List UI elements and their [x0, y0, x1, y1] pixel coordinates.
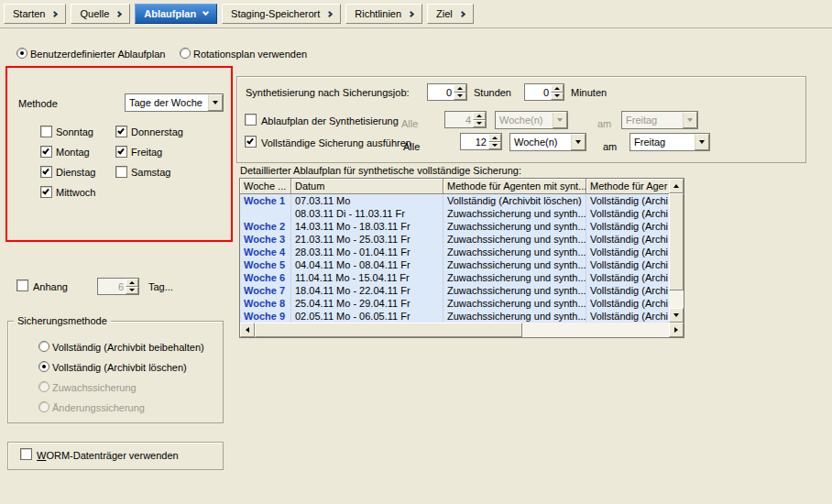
wizard-step-bar: Starten Quelle Ablaufplan Staging-Speich…	[0, 0, 832, 28]
checkbox-mittwoch[interactable]	[40, 186, 52, 198]
dropdown-arrow-icon[interactable]	[571, 134, 586, 150]
horizontal-scroll-track[interactable]	[522, 323, 669, 337]
spinner-up-button[interactable]	[126, 279, 138, 287]
tab-quelle[interactable]: Quelle	[71, 4, 130, 24]
tab-ablaufplan[interactable]: Ablaufplan	[135, 4, 217, 24]
cell-method-2: Vollständig (Archi	[586, 233, 669, 246]
spinner-down-button[interactable]	[551, 93, 564, 101]
radio-vollstaendig-beibehalten[interactable]	[38, 341, 49, 352]
table-row[interactable]: Woche 3 21.03.11 Mo - 25.03.11 Fr Zuwach…	[240, 233, 669, 246]
checkbox-anhang[interactable]	[16, 279, 28, 291]
radio-rotation-schedule[interactable]	[180, 48, 191, 59]
column-header-methode-agent[interactable]: Methode für Agenten mit synt...	[443, 179, 586, 194]
table-row[interactable]: Woche 2 14.03.11 Mo - 18.03.11 Fr Zuwach…	[240, 220, 669, 233]
checkbox-montag[interactable]	[40, 146, 52, 158]
tab-richtlinien[interactable]: Richtlinien	[345, 4, 422, 24]
checkbox-synth-schedule[interactable]	[245, 114, 257, 126]
spinner-down-button[interactable]	[126, 287, 138, 295]
methode-dropdown[interactable]: Tage der Woche	[125, 93, 224, 112]
table-row[interactable]: 08.03.11 Di - 11.03.11 Fr Zuwachssicheru…	[240, 207, 669, 220]
table-row[interactable]: Woche 1 07.03.11 Mo Vollständig (Archivb…	[240, 194, 669, 207]
column-header-woche[interactable]: Woche ...	[240, 179, 291, 194]
spinner-up-button[interactable]	[454, 84, 466, 93]
synth-schedule-alle-label: Alle	[401, 118, 418, 129]
synth-hours-spinner[interactable]: 0	[427, 83, 467, 101]
table-row[interactable]: Woche 6 11.04.11 Mo - 15.04.11 Fr Zuwach…	[240, 271, 669, 284]
dropdown-arrow-icon[interactable]	[553, 112, 567, 128]
synth-schedule-day-value: Freitag	[622, 112, 683, 128]
cell-date: 28.03.11 Mo - 01.04.11 Fr	[291, 246, 443, 258]
full-backup-day-dropdown[interactable]: Freitag	[629, 133, 710, 151]
dropdown-arrow-icon[interactable]	[208, 94, 223, 111]
column-header-methode-2[interactable]: Methode für Ager	[586, 179, 669, 194]
checkbox-samstag[interactable]	[115, 166, 127, 178]
cell-method-2: Vollständig (Archi	[586, 194, 669, 207]
radio-aenderungssicherung[interactable]	[38, 401, 49, 412]
dropdown-arrow-icon[interactable]	[683, 112, 697, 128]
cell-method-agent: Vollständig (Archivbit löschen)	[443, 194, 586, 207]
spinner-down-button[interactable]	[473, 120, 486, 128]
checkbox-worm-label: WORM-Datenträger verwenden	[37, 450, 179, 461]
scroll-up-button[interactable]	[669, 179, 684, 193]
table-row[interactable]: Woche 9 02.05.11 Mo - 06.05.11 Fr Zuwach…	[240, 310, 669, 323]
cell-method-agent: Zuwachssicherung und synth...	[443, 207, 586, 220]
synth-minutes-value: 0	[525, 84, 551, 100]
spinner-down-button[interactable]	[454, 93, 466, 101]
tab-staging-speicherort[interactable]: Staging-Speicherort	[222, 4, 341, 24]
checkbox-freitag[interactable]	[115, 146, 127, 158]
radio-vollstaendig-loeschen[interactable]	[38, 361, 49, 372]
vertical-scroll-track[interactable]	[669, 193, 684, 308]
checkbox-full-backup-label: Vollständige Sicherung ausführen	[261, 137, 411, 148]
detail-schedule-table: Woche ... Datum Methode für Agenten mit …	[239, 178, 684, 338]
column-header-datum[interactable]: Datum	[291, 179, 443, 194]
spinner-buttons	[126, 279, 138, 294]
cell-date: 14.03.11 Mo - 18.03.11 Fr	[291, 220, 443, 233]
spinner-buttons	[454, 84, 466, 100]
checkbox-donnerstag[interactable]	[115, 126, 127, 137]
table-row[interactable]: Woche 5 04.04.11 Mo - 08.04.11 Fr Zuwach…	[240, 258, 669, 271]
cell-week: Woche 1	[240, 194, 291, 207]
horizontal-scroll-thumb[interactable]	[255, 323, 522, 337]
checkbox-full-backup[interactable]	[245, 136, 257, 148]
checkbox-worm[interactable]	[20, 448, 32, 460]
tab-label: Ziel	[436, 8, 453, 19]
synth-schedule-interval-spinner[interactable]: 4	[444, 111, 487, 128]
synth-schedule-unit-dropdown[interactable]: Woche(n)	[495, 111, 568, 129]
checkbox-sonntag[interactable]	[40, 126, 52, 137]
vertical-scroll-thumb[interactable]	[669, 193, 684, 290]
tab-starten[interactable]: Starten	[4, 4, 66, 24]
spinner-up-button[interactable]	[473, 112, 486, 120]
cell-week: Woche 9	[240, 310, 291, 323]
table-row[interactable]: Woche 7 18.04.11 Mo - 22.04.11 Fr Zuwach…	[240, 284, 669, 297]
cell-method-2: Vollständig (Archi	[586, 310, 669, 323]
cell-date: 21.03.11 Mo - 25.03.11 Fr	[291, 233, 443, 246]
spinner-buttons	[488, 134, 501, 149]
anhang-days-spinner[interactable]: 6	[97, 278, 139, 295]
full-backup-interval-spinner[interactable]: 12	[460, 133, 502, 150]
spinner-down-button[interactable]	[488, 142, 501, 150]
radio-zuwachssicherung[interactable]	[38, 381, 49, 392]
checkbox-dienstag[interactable]	[40, 166, 52, 178]
spinner-up-button[interactable]	[551, 84, 564, 93]
table-vertical-scrollbar[interactable]	[669, 179, 684, 323]
full-backup-unit-dropdown[interactable]: Woche(n)	[509, 133, 586, 151]
tab-ziel[interactable]: Ziel	[427, 4, 474, 24]
scroll-right-button[interactable]	[669, 323, 684, 337]
table-header-row: Woche ... Datum Methode für Agenten mit …	[240, 179, 669, 194]
synth-schedule-day-dropdown[interactable]: Freitag	[621, 111, 698, 129]
spinner-up-button[interactable]	[488, 134, 501, 142]
scroll-down-button[interactable]	[669, 308, 684, 323]
table-row[interactable]: Woche 8 25.04.11 Mo - 29.04.11 Fr Zuwach…	[240, 297, 669, 310]
scroll-left-button[interactable]	[240, 323, 255, 337]
table-row[interactable]: Woche 4 28.03.11 Mo - 01.04.11 Fr Zuwach…	[240, 246, 669, 258]
table-horizontal-scrollbar[interactable]	[240, 323, 684, 337]
chevron-right-icon	[115, 10, 122, 16]
dropdown-arrow-icon[interactable]	[695, 134, 709, 150]
radio-custom-schedule[interactable]	[16, 48, 27, 59]
cell-date: 11.04.11 Mo - 15.04.11 Fr	[291, 271, 443, 284]
synth-schedule-am-label: am	[597, 118, 611, 129]
chevron-right-icon	[459, 10, 465, 16]
synth-minutes-spinner[interactable]: 0	[524, 83, 564, 101]
spinner-buttons	[473, 112, 486, 127]
full-backup-alle-label: Alle	[403, 141, 420, 152]
